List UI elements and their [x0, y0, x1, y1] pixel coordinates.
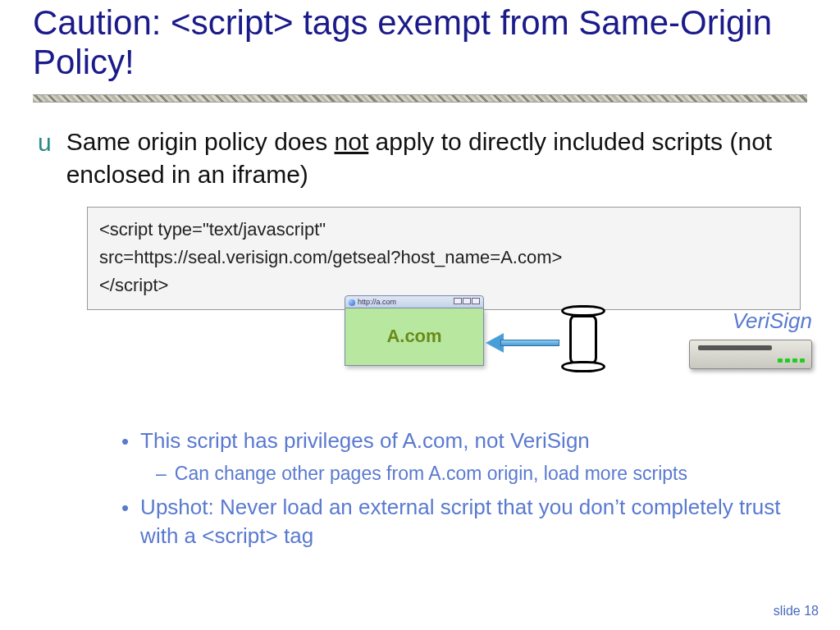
sub-bullet-text: Upshot: Never load an external script th…: [140, 493, 807, 550]
bullet-level1: u Same origin policy does not apply to d…: [38, 126, 807, 192]
server-icon: VeriSign: [689, 340, 812, 369]
arrow-icon: [486, 335, 559, 351]
sub-bullet: • Upshot: Never load an external script …: [121, 493, 807, 550]
window-buttons-icon: [453, 298, 480, 306]
code-line: src=https://seal.verisign.com/getseal?ho…: [99, 244, 788, 272]
slide-number: slide 18: [774, 604, 819, 619]
bullet-dot-icon: •: [121, 495, 129, 523]
browser-titlebar: http://a.com: [345, 295, 484, 308]
bullet-text: Same origin policy does not apply to dir…: [66, 126, 807, 192]
server-box-icon: [689, 340, 812, 369]
server-label: VeriSign: [664, 308, 812, 334]
code-line: <script type="text/javascript": [99, 216, 788, 244]
sub-bullet: • This script has privileges of A.com, n…: [121, 427, 807, 456]
browser-page: A.com: [345, 308, 484, 366]
diagram: http://a.com A.com VeriSign: [33, 310, 807, 409]
sub-sub-text: Can change other pages from A.com origin…: [175, 463, 687, 485]
browser-url: http://a.com: [349, 298, 396, 306]
dash-icon: –: [156, 463, 167, 485]
bullet-pre: Same origin policy does: [66, 128, 335, 155]
browser-domain: A.com: [386, 326, 441, 347]
globe-icon: [349, 299, 355, 306]
sub-sub-bullet: – Can change other pages from A.com orig…: [156, 463, 807, 485]
bullet-underlined: not: [335, 128, 369, 155]
bullet-dot-icon: •: [121, 428, 129, 456]
browser-url-text: http://a.com: [358, 298, 396, 306]
browser-window-icon: http://a.com A.com: [345, 295, 484, 366]
sub-bullets: • This script has privileges of A.com, n…: [121, 427, 807, 550]
bullet-glyph: u: [38, 129, 52, 157]
sub-bullet-text: This script has privileges of A.com, not…: [140, 427, 590, 455]
script-scroll-icon: [558, 307, 607, 374]
slide: Caution: <script> tags exempt from Same-…: [0, 0, 840, 630]
divider: [33, 94, 807, 103]
slide-title: Caution: <script> tags exempt from Same-…: [33, 0, 807, 83]
